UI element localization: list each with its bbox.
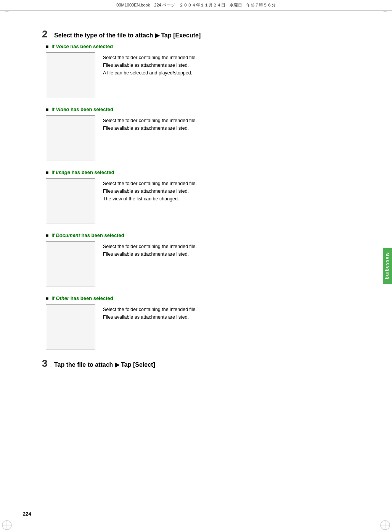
voice-content: Select the folder containing the intende…: [46, 52, 339, 98]
video-label-suffix: has been selected: [69, 106, 113, 112]
document-label-italic: Document: [56, 232, 80, 238]
other-label-suffix: has been selected: [69, 295, 113, 301]
image-label-italic: Image: [56, 169, 70, 175]
other-screenshot: [46, 304, 95, 350]
image-screenshot: [46, 178, 95, 224]
document-content: Select the folder containing the intende…: [46, 241, 339, 287]
page-container: 2 Select the type of the file to attach …: [0, 0, 392, 532]
section-voice: If Voice has been selected Select the fo…: [42, 44, 339, 98]
video-screenshot: [46, 115, 95, 161]
section-document: If Document has been selected Select the…: [42, 232, 339, 287]
image-content: Select the folder containing the intende…: [46, 178, 339, 224]
step2-title: Select the type of the file to attach ▶ …: [54, 32, 201, 39]
video-content: Select the folder containing the intende…: [46, 115, 339, 161]
voice-screenshot: [46, 52, 95, 98]
document-label-suffix: has been selected: [80, 232, 124, 238]
document-label-prefix: If: [51, 232, 56, 238]
document-screenshot: [46, 241, 95, 287]
step3-title: Tap the file to attach ▶ Tap [Select]: [54, 361, 155, 368]
section-other: If Other has been selected Select the fo…: [42, 295, 339, 350]
main-content: 2 Select the type of the file to attach …: [23, 11, 369, 368]
image-label-prefix: If: [51, 169, 56, 175]
image-label-suffix: has been selected: [70, 169, 114, 175]
other-label-italic: Other: [56, 295, 69, 301]
voice-label-suffix: has been selected: [69, 44, 113, 49]
step2-header: 2 Select the type of the file to attach …: [42, 29, 339, 39]
other-description: Select the folder containing the intende…: [103, 304, 197, 321]
other-content: Select the folder containing the intende…: [46, 304, 339, 350]
step3-number: 3: [42, 358, 51, 368]
section-video-label: If Video has been selected: [46, 106, 339, 112]
video-description: Select the folder containing the intende…: [103, 115, 197, 132]
image-description: Select the folder containing the intende…: [103, 178, 197, 203]
section-video: If Video has been selected Select the fo…: [42, 106, 339, 161]
step2-number: 2: [42, 29, 51, 39]
voice-label-prefix: If: [51, 44, 56, 49]
section-other-label: If Other has been selected: [46, 295, 339, 301]
step3-header: 3 Tap the file to attach ▶ Tap [Select]: [42, 358, 339, 368]
video-label-prefix: If: [51, 106, 56, 112]
other-label-prefix: If: [51, 295, 56, 301]
document-description: Select the folder containing the intende…: [103, 241, 197, 258]
voice-description: Select the folder containing the intende…: [103, 52, 197, 77]
video-label-italic: Video: [56, 106, 69, 112]
section-voice-label: If Voice has been selected: [46, 44, 339, 49]
section-image-label: If Image has been selected: [46, 169, 339, 175]
section-document-label: If Document has been selected: [46, 232, 339, 238]
voice-label-italic: Voice: [56, 44, 69, 49]
section-image: If Image has been selected Select the fo…: [42, 169, 339, 224]
